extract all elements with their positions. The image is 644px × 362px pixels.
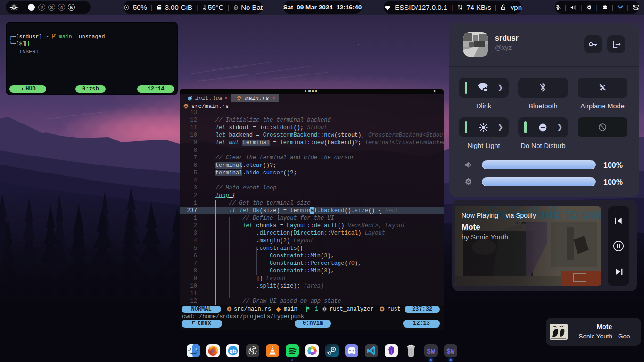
svg-text:qb: qb	[229, 348, 237, 354]
svg-text:$W: $W	[427, 348, 435, 355]
svg-text:$W: $W	[446, 348, 455, 355]
